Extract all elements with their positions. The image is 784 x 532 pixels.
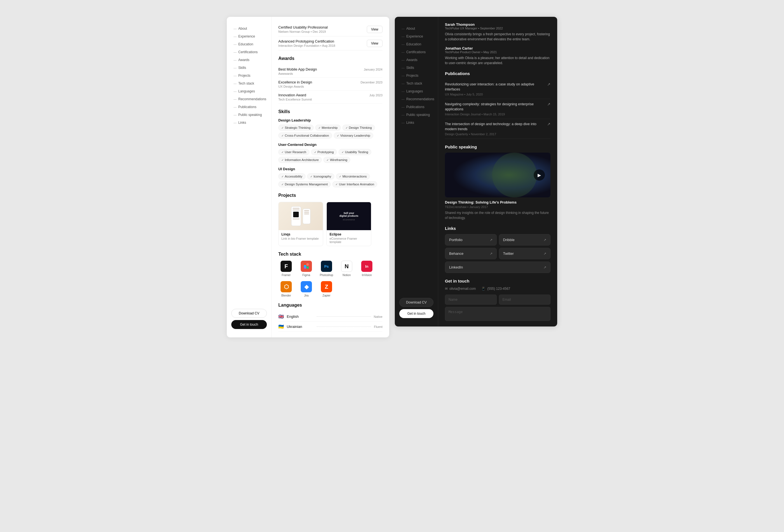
right-sidebar-item-experience[interactable]: — Experience	[399, 33, 433, 40]
figma-icon	[301, 261, 312, 272]
dribble-arrow-icon: ↗	[543, 238, 546, 242]
portfolio-link-button[interactable]: Portfolio ↗	[445, 234, 497, 246]
cert-item-1: Advanced Prototyping Certification Inter…	[278, 36, 383, 50]
contact-message-input[interactable]	[445, 307, 551, 321]
linkedin-arrow-icon: ↗	[543, 265, 546, 269]
email-icon: ✉	[445, 287, 448, 291]
right-main-content: Sarah Thompson TechPulse UX Manager • Se…	[438, 17, 557, 327]
pub-item-1[interactable]: Navigating complexity: strategies for de…	[445, 99, 551, 119]
zapier-icon: Z	[321, 281, 332, 292]
blender-icon: ⬡	[281, 281, 292, 292]
skills-section-title: Skills	[278, 109, 383, 114]
right-sidebar-item-publications[interactable]: — Publications	[399, 104, 433, 110]
contact-form	[445, 295, 551, 321]
contact-email-input[interactable]	[499, 295, 551, 305]
award-2: Innovation Award Tech Excellence Summit …	[278, 91, 383, 104]
skill-tag: ✓Design Thinking	[342, 124, 375, 131]
skill-group-1: User-Centered Design ✓User Research ✓Pro…	[278, 142, 383, 163]
testimonial-0: Sarah Thompson TechPulse UX Manager • Se…	[445, 22, 551, 42]
sidebar-item-skills[interactable]: — Skills	[231, 64, 267, 71]
right-sidebar-item-languages[interactable]: — Languages	[399, 88, 433, 95]
sidebar-item-links[interactable]: — Links	[231, 119, 267, 126]
sidebar-item-awards[interactable]: — Awards	[231, 57, 267, 63]
sidebar-item-tech[interactable]: — Tech stack	[231, 80, 267, 87]
portfolio-arrow-icon: ↗	[490, 238, 493, 242]
project-card-linqs[interactable]: Linqs Link in bio Framer template	[278, 202, 323, 246]
skill-tag: ✓User Interface Animation	[332, 181, 377, 187]
speaking-meta: TEDxCrenshaw • January 2017	[445, 205, 551, 208]
skill-tag: ✓Mentorship	[315, 124, 341, 131]
framer-icon: F	[281, 261, 292, 272]
right-sidebar-item-education[interactable]: — Education	[399, 41, 433, 48]
projects-section-title: Projects	[278, 193, 383, 198]
speaking-section-title: Public speaking	[445, 144, 551, 149]
download-cv-button[interactable]: Download CV	[231, 309, 267, 318]
view-cert-0-button[interactable]: View	[367, 26, 383, 33]
skill-tags-2: ✓Accessibility ✓Iconography ✓Microintera…	[278, 173, 383, 187]
right-sidebar-item-tech[interactable]: — Tech stack	[399, 80, 433, 87]
tech-item-invision: In InVision	[359, 261, 375, 277]
left-sidebar: — About — Experience — Education — Certi…	[227, 17, 272, 337]
svg-rect-1	[306, 263, 309, 266]
sidebar-item-speaking[interactable]: — Public speaking	[231, 111, 267, 118]
tech-item-zapier: Z Zapier	[319, 281, 334, 297]
contact-phone: 📱 (555) 123-4567	[481, 287, 510, 291]
skill-tag: ✓Wireframing	[324, 157, 350, 163]
skill-tags-0: ✓Strategic Thinking ✓Mentorship ✓Design …	[278, 124, 383, 139]
speaking-desc: Shared my insights on the role of design…	[445, 210, 551, 220]
sidebar-item-recommendations[interactable]: — Recommendations	[231, 96, 267, 103]
right-card: — About — Experience — Education — Certi…	[395, 17, 557, 327]
right-sidebar-item-speaking[interactable]: — Public speaking	[399, 111, 433, 118]
awards-section-title: Awards	[278, 56, 383, 61]
svg-point-4	[306, 266, 309, 269]
get-in-touch-button-left[interactable]: Get in touch	[231, 320, 267, 329]
photoshop-icon: Ps	[321, 261, 332, 272]
sidebar-item-languages[interactable]: — Languages	[231, 88, 267, 95]
skill-tag: ✓Cross-Functional Collaboration	[278, 133, 332, 139]
right-sidebar-item-awards[interactable]: — Awards	[399, 57, 433, 63]
cert-meta-1: Interaction Design Foundation • Aug 2018	[278, 44, 335, 47]
tech-item-jira: ◆ Jira	[299, 281, 314, 297]
speaking-video[interactable]: ▶	[445, 152, 551, 197]
phone-icon: 📱	[481, 287, 485, 291]
sidebar-item-certifications[interactable]: — Certifications	[231, 49, 267, 55]
linkedin-link-button[interactable]: LinkedIn ↗	[445, 261, 551, 273]
view-cert-1-button[interactable]: View	[367, 40, 383, 47]
project-info-linqs: Linqs Link in bio Framer template	[279, 230, 323, 243]
pub-item-2[interactable]: The intersection of design and technolog…	[445, 119, 551, 139]
tech-item-figma: Figma	[299, 261, 314, 277]
right-sidebar-item-about[interactable]: — About	[399, 25, 433, 32]
get-in-touch-button-right[interactable]: Get in touch	[399, 309, 433, 318]
video-play-button[interactable]: ▶	[534, 169, 545, 180]
skill-tag: ✓Visionary Leadership	[334, 133, 373, 139]
speaking-video-title: Design Thinking: Solving Life's Problems	[445, 200, 551, 204]
right-sidebar-item-projects[interactable]: — Projects	[399, 72, 433, 79]
pub-item-0[interactable]: Revolutionizing user interaction: a case…	[445, 79, 551, 99]
right-sidebar-item-skills[interactable]: — Skills	[399, 64, 433, 71]
lang-dots-ukrainian	[317, 327, 371, 327]
sidebar-item-about[interactable]: — About	[231, 25, 267, 32]
jira-icon: ◆	[301, 281, 312, 292]
behance-link-button[interactable]: Behance ↗	[445, 248, 497, 259]
projects-grid: Linqs Link in bio Framer template Sell y…	[278, 202, 383, 246]
contact-name-input[interactable]	[445, 295, 497, 305]
twitter-link-button[interactable]: Twitter ↗	[499, 248, 551, 259]
dribble-link-button[interactable]: Dribble ↗	[499, 234, 551, 246]
tech-grid: F Framer Figma Ps Photoshop	[278, 261, 383, 297]
right-sidebar-item-certifications[interactable]: — Certifications	[399, 49, 433, 55]
sidebar-item-publications[interactable]: — Publications	[231, 104, 267, 110]
project-card-eclipse[interactable]: Sell yourdigital products eCommerce Ecli…	[327, 202, 371, 246]
right-sidebar-item-links[interactable]: — Links	[399, 119, 433, 126]
right-sidebar-item-recommendations[interactable]: — Recommendations	[399, 96, 433, 103]
download-cv-button-right[interactable]: Download CV	[399, 298, 433, 307]
svg-rect-3	[304, 265, 306, 268]
pub-arrow-icon-2: ↗	[547, 122, 551, 126]
contact-email: ✉ olivia@email.com	[445, 287, 476, 291]
lang-dots-english	[317, 316, 371, 317]
skill-tag: ✓Strategic Thinking	[278, 124, 314, 131]
dash-icon: —	[233, 27, 236, 30]
sidebar-item-experience[interactable]: — Experience	[231, 33, 267, 40]
cert-meta-0: Nielsen Norman Group • Dec 2019	[278, 30, 328, 33]
sidebar-item-education[interactable]: — Education	[231, 41, 267, 48]
sidebar-item-projects[interactable]: — Projects	[231, 72, 267, 79]
